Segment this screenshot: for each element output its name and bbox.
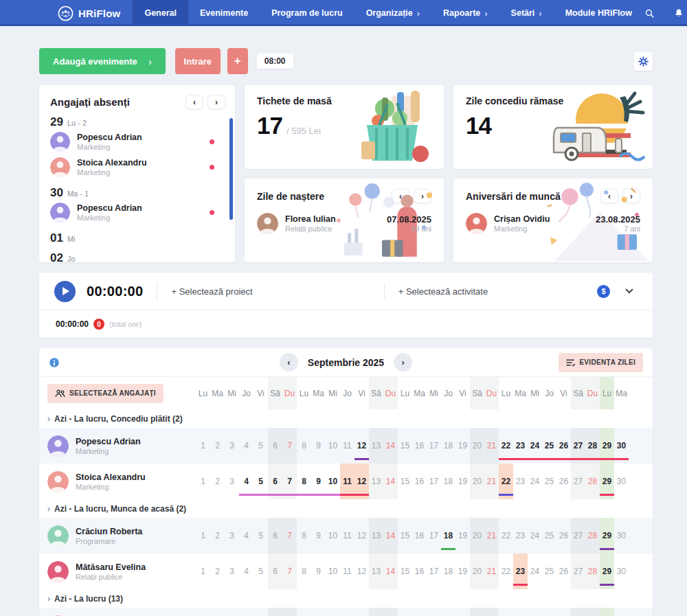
scrollbar[interactable] bbox=[229, 118, 233, 220]
employee-info[interactable]: Bratosin Lili bbox=[39, 608, 196, 616]
day-cell[interactable]: 1 bbox=[196, 518, 210, 554]
day-cell[interactable]: 4 bbox=[239, 554, 254, 589]
day-cell[interactable]: 18 bbox=[441, 608, 455, 616]
day-cell[interactable]: 22 bbox=[499, 554, 513, 589]
day-cell[interactable]: 26 bbox=[556, 608, 571, 616]
day-cell[interactable]: 30 bbox=[614, 518, 629, 554]
day-cell[interactable]: 18 bbox=[441, 428, 455, 464]
employee-info[interactable]: Crăciun RobertaProgramare bbox=[39, 518, 196, 554]
chevron-down-icon[interactable] bbox=[625, 288, 633, 294]
day-cell[interactable]: 20 bbox=[470, 554, 484, 589]
day-cell[interactable]: 21 bbox=[484, 608, 499, 616]
employee-info[interactable]: Mătăsaru EvelinaRelații publice bbox=[39, 554, 196, 589]
day-cell[interactable]: 10 bbox=[326, 464, 340, 499]
day-cell[interactable]: 30 bbox=[614, 428, 629, 464]
day-cell[interactable]: 15 bbox=[398, 608, 412, 616]
day-cell[interactable]: 21 bbox=[484, 428, 499, 464]
day-cell[interactable]: 22 bbox=[499, 428, 513, 464]
day-cell[interactable]: 25 bbox=[542, 518, 556, 554]
day-cell[interactable]: 28 bbox=[585, 518, 600, 554]
day-cell[interactable]: 4 bbox=[239, 428, 254, 464]
day-cell[interactable]: 19 bbox=[455, 608, 470, 616]
day-cell[interactable]: 2 bbox=[210, 464, 225, 499]
notifications-bell-icon[interactable] bbox=[673, 8, 684, 19]
day-cell[interactable]: 1 bbox=[196, 464, 210, 499]
day-cell[interactable]: 27 bbox=[571, 428, 585, 464]
day-cell[interactable]: 29 bbox=[600, 554, 614, 589]
select-activity-dropdown[interactable]: + Selectează activitate bbox=[398, 286, 597, 297]
day-cell[interactable]: 23 bbox=[513, 608, 528, 616]
absent-employee-item[interactable]: Stoica AlexandruMarketing bbox=[50, 155, 225, 180]
day-cell[interactable]: 24 bbox=[528, 464, 542, 499]
day-cell[interactable]: 22 bbox=[499, 608, 513, 616]
add-events-button[interactable]: Adaugă evenimente › bbox=[39, 48, 166, 74]
day-cell[interactable]: 14 bbox=[383, 464, 398, 499]
day-cell[interactable]: 18 bbox=[441, 554, 455, 589]
time-chip[interactable]: 08:00 bbox=[257, 54, 293, 69]
day-cell[interactable]: 14 bbox=[383, 608, 398, 616]
day-cell[interactable]: 15 bbox=[398, 518, 412, 554]
day-cell[interactable]: 14 bbox=[383, 428, 398, 464]
day-cell[interactable]: 15 bbox=[398, 428, 412, 464]
day-cell[interactable]: 3 bbox=[225, 464, 239, 499]
day-cell[interactable]: 30 bbox=[614, 554, 629, 589]
day-cell[interactable]: 26 bbox=[556, 518, 571, 554]
day-cell[interactable]: 24 bbox=[528, 608, 542, 616]
start-timer-button[interactable] bbox=[54, 281, 76, 302]
day-cell[interactable]: 12 bbox=[354, 554, 369, 589]
day-cell[interactable]: 15 bbox=[398, 554, 412, 589]
day-cell[interactable]: 2 bbox=[210, 518, 225, 554]
day-cell[interactable]: 21 bbox=[484, 464, 499, 499]
day-cell[interactable]: 9 bbox=[311, 608, 326, 616]
day-cell[interactable]: 12 bbox=[354, 464, 369, 499]
birthday-person-name[interactable]: Florea Iulian bbox=[285, 214, 336, 225]
day-cell[interactable]: 28 bbox=[585, 428, 600, 464]
day-cell[interactable]: 29 bbox=[600, 428, 614, 464]
day-cell[interactable]: 4 bbox=[239, 464, 254, 499]
day-cell[interactable]: 20 bbox=[470, 608, 484, 616]
day-cell[interactable]: 29 bbox=[600, 608, 614, 616]
day-cell[interactable]: 6 bbox=[268, 608, 282, 616]
day-cell[interactable]: 1 bbox=[196, 608, 210, 616]
day-cell[interactable]: 14 bbox=[383, 554, 398, 589]
nav-item-evenimente[interactable]: Evenimente bbox=[188, 0, 260, 26]
day-cell[interactable]: 27 bbox=[571, 608, 585, 616]
day-cell[interactable]: 20 bbox=[470, 428, 484, 464]
search-icon[interactable] bbox=[644, 8, 655, 19]
day-cell[interactable]: 27 bbox=[571, 518, 585, 554]
day-cell[interactable]: 26 bbox=[556, 554, 571, 589]
day-cell[interactable]: 18 bbox=[441, 518, 455, 554]
day-cell[interactable]: 5 bbox=[254, 554, 268, 589]
day-cell[interactable]: 19 bbox=[455, 554, 470, 589]
day-cell[interactable]: 24 bbox=[528, 518, 542, 554]
day-cell[interactable]: 23 bbox=[513, 464, 528, 499]
day-cell[interactable]: 16 bbox=[412, 608, 427, 616]
day-cell[interactable]: 3 bbox=[225, 554, 239, 589]
day-cell[interactable]: 3 bbox=[225, 428, 239, 464]
day-cell[interactable]: 11 bbox=[340, 608, 354, 616]
day-cell[interactable]: 7 bbox=[282, 518, 297, 554]
day-cell[interactable]: 13 bbox=[369, 464, 383, 499]
day-cell[interactable]: 2 bbox=[210, 428, 225, 464]
day-cell[interactable]: 8 bbox=[297, 608, 311, 616]
select-employees-button[interactable]: SELECTEAZĂ ANGAJAȚI bbox=[47, 384, 164, 403]
day-cell[interactable]: 16 bbox=[412, 464, 427, 499]
schedule-group-header[interactable]: ›Azi - La lucru, Munca de acasă (2) bbox=[39, 499, 653, 518]
day-cell[interactable]: 17 bbox=[427, 428, 441, 464]
info-icon[interactable] bbox=[49, 357, 60, 368]
day-cell[interactable]: 11 bbox=[340, 554, 354, 589]
day-cell[interactable]: 17 bbox=[427, 518, 441, 554]
day-cell[interactable]: 8 bbox=[297, 554, 311, 589]
employee-info[interactable]: Stoica AlexandruMarketing bbox=[39, 464, 196, 499]
day-cell[interactable]: 10 bbox=[326, 554, 340, 589]
day-cell[interactable]: 28 bbox=[585, 464, 600, 499]
day-cell[interactable]: 4 bbox=[239, 518, 254, 554]
day-cell[interactable]: 19 bbox=[455, 464, 470, 499]
day-cell[interactable]: 21 bbox=[484, 518, 499, 554]
day-cell[interactable]: 11 bbox=[340, 428, 354, 464]
day-cell[interactable]: 24 bbox=[528, 554, 542, 589]
absent-employee-item[interactable]: Popescu AdrianMarketing bbox=[50, 200, 225, 225]
day-cell[interactable]: 3 bbox=[225, 518, 239, 554]
day-cell[interactable]: 8 bbox=[297, 428, 311, 464]
schedule-group-header[interactable]: ›Azi - La lucru (13) bbox=[39, 589, 653, 608]
